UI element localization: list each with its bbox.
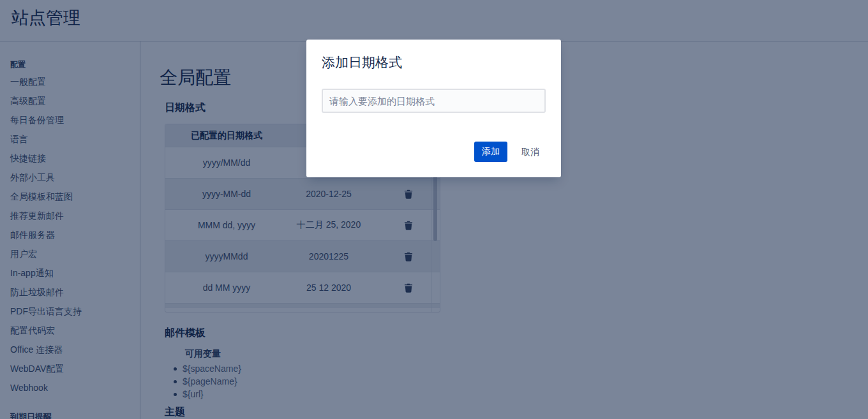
dialog-title: 添加日期格式 [322, 55, 402, 70]
cancel-button[interactable]: 取消 [515, 142, 546, 162]
add-button[interactable]: 添加 [474, 142, 507, 162]
add-date-format-dialog: 添加日期格式 添加 取消 [306, 40, 561, 177]
date-format-input[interactable] [322, 89, 546, 113]
dialog-footer: 添加 取消 [322, 142, 546, 162]
